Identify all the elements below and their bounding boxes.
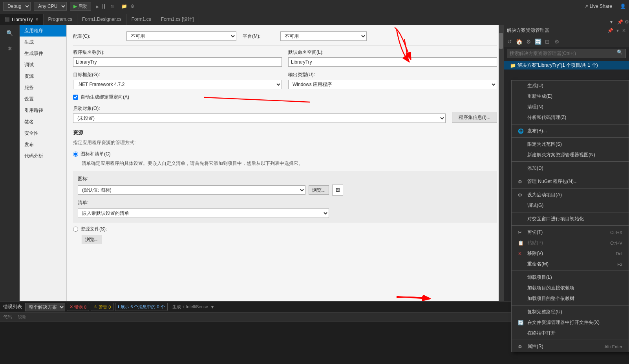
live-share-button[interactable]: ↗ Live Share (584, 4, 612, 9)
tab-overflow[interactable]: ▾ (607, 19, 616, 25)
context-menu: 生成(U) 重新生成(E) 清理(N) 分析和代码清理(Z) 🌐发布(B)... (511, 80, 629, 352)
toolbar-collapse[interactable]: ⊟ (543, 37, 552, 46)
tab-pin[interactable]: 📌 (617, 19, 623, 25)
ctx-set-startup[interactable]: ⚙设为启动项目(A) (512, 190, 629, 200)
target-fw-select[interactable]: .NET Framework 4.7.2 (73, 80, 282, 89)
solution-close-icon[interactable]: ✕ (622, 28, 626, 33)
cpu-dropdown[interactable]: Any CPU (34, 2, 67, 11)
nav-services[interactable]: 服务 (20, 82, 66, 93)
resource-file-radio-row: 资源文件(S): (73, 226, 497, 232)
nav-debug[interactable]: 调试 (20, 59, 66, 71)
tab-program[interactable]: Program.cs (44, 14, 77, 25)
ctx-cut[interactable]: ✂剪切(T) Ctrl+X (512, 227, 629, 238)
nav-build[interactable]: 生成 (20, 37, 66, 48)
toolbar-props[interactable]: ⚙ (524, 37, 533, 46)
ctx-interactive-init[interactable]: 对交互窗口进行项目初始化 (512, 214, 629, 224)
ctx-debug[interactable]: 调试(G) (512, 200, 629, 211)
resource-browse-button[interactable]: 浏览... (82, 235, 102, 244)
ctx-new-view[interactable]: 新建解决方案资源管理器视图(N) (512, 150, 629, 160)
ctx-copy-path[interactable]: 复制完整路径(U) (512, 307, 629, 317)
folder-icon: 📁 (121, 4, 127, 9)
tab-form1designer[interactable]: Form1.Designer.cs (77, 14, 127, 25)
icon-browse-button[interactable]: 浏览... (309, 185, 329, 195)
nav-security[interactable]: 安全性 (20, 128, 66, 139)
col-description[interactable]: 说明 (18, 314, 553, 320)
resource-file-radio[interactable] (73, 227, 78, 232)
resources-section: 资源 指定应用程序资源的管理方式: 图标和清单(C) 清单确定应用程序的具体设置… (73, 129, 497, 244)
error-filter-select[interactable]: 整个解决方案 (25, 303, 65, 311)
ctx-add[interactable]: 添加(D) (512, 163, 629, 174)
ctx-nuget[interactable]: ⚙管理 NuGet 程序包(N)... (512, 176, 629, 187)
default-ns-input[interactable] (288, 57, 497, 67)
startup-select[interactable]: (未设置) (73, 113, 446, 123)
icon-manifest-radio-row: 图标和清单(C) (73, 151, 497, 157)
ctx-build[interactable]: 生成(U) (512, 80, 629, 91)
platform-select[interactable]: 不可用 (280, 31, 367, 41)
scrollbar-thumb[interactable] (499, 33, 503, 49)
nav-resources[interactable]: 资源 (20, 71, 66, 82)
nav-reference-paths[interactable]: 引用路径 (20, 105, 66, 116)
tab-form1design[interactable]: Form1.cs [设计] (156, 14, 199, 25)
output-type-select[interactable]: Windows 应用程序 (288, 80, 497, 89)
tab-close-librarytry[interactable]: ✕ (35, 17, 38, 22)
ctx-remove[interactable]: ✕移除(V) Del (512, 248, 629, 259)
nav-code-analysis[interactable]: 代码分析 (20, 150, 66, 162)
ctx-scope[interactable]: 限定为此范围(S) (512, 139, 629, 150)
icon-select[interactable]: (默认值: 图标) (78, 185, 305, 195)
ctx-clean[interactable]: 清理(N) (512, 102, 629, 112)
nav-build-events[interactable]: 生成事件 (20, 48, 66, 59)
solution-search-input[interactable] (507, 49, 626, 58)
nav-settings[interactable]: 设置 (20, 93, 66, 105)
props-content: 配置(C): 不可用 平台(M): 不可用 程序集名称(N): (67, 25, 503, 301)
manifest-select[interactable]: 嵌入带默认设置的清单 (78, 209, 329, 218)
ctx-rebuild[interactable]: 重新生成(E) (512, 91, 629, 102)
sidebar-search[interactable]: 🔍 (2, 27, 18, 39)
error-badge-warning[interactable]: ⚠ 警告 0 (91, 303, 113, 311)
tab-librarytry[interactable]: ⬛ LibraryTry ✕ (0, 14, 44, 25)
solution-panel: 解决方案资源管理器 📌 ▾ ✕ ↺ 🏠 ⚙ 🔄 ⊟ ⚙ 🔍 📁 解决方 (503, 25, 629, 301)
error-badge-info[interactable]: ℹ 展示 6 个消息中的 0 个 (115, 303, 167, 311)
startup-col: 启动对象(O): (未设置) (73, 105, 446, 123)
ctx-open-terminal[interactable]: 在终端中打开 (512, 328, 629, 338)
fw-output-row: 目标框架(G): .NET Framework 4.7.2 输出类型(U): W… (73, 71, 497, 89)
ctx-analyze[interactable]: 分析和代码清理(Z) (512, 112, 629, 123)
debug-dropdown[interactable]: Debug (3, 2, 31, 11)
ctx-unload[interactable]: 卸载项目(L) (512, 272, 629, 283)
start-button[interactable]: ▶ 启动 (70, 2, 91, 11)
ctx-open-folder[interactable]: 🔄在文件资源管理器中打开文件夹(X) (512, 317, 629, 328)
auto-redirect-row: 自动生成绑定重定向(A) (73, 94, 497, 101)
manifest-label: 清单: (78, 199, 492, 206)
tab-settings[interactable]: ⚙ (625, 19, 629, 25)
startup-label: 启动对象(O): (73, 105, 446, 112)
left-sidebar: 🔍 文本 (0, 25, 20, 301)
config-select[interactable]: 不可用 (126, 31, 236, 41)
tab-form1[interactable]: Form1.cs (127, 14, 156, 25)
nav-signing[interactable]: 签名 (20, 116, 66, 128)
ctx-properties[interactable]: ⚙属性(R) Alt+Enter (512, 341, 629, 352)
icon-manifest-radio[interactable] (73, 152, 78, 157)
toolbar-sync[interactable]: ↺ (505, 37, 514, 46)
col-code[interactable]: 代码 (3, 314, 12, 320)
tree-solution[interactable]: 📁 解决方案"LibraryTry"(1 个项目/共 1 个) (504, 61, 629, 70)
resources-title: 资源 (73, 129, 497, 136)
solution-toolbar: ↺ 🏠 ⚙ 🔄 ⊟ ⚙ (504, 36, 629, 47)
assembly-info-button[interactable]: 程序集信息(I)... (452, 112, 497, 123)
nav-application[interactable]: 应用程序 (20, 25, 66, 37)
ctx-paste[interactable]: 📋粘贴(P) Ctrl+V (512, 238, 629, 248)
assembly-name-input[interactable] (73, 57, 282, 67)
solution-pin-icon[interactable]: 📌 (607, 28, 613, 33)
assembly-label: 程序集名称(N): (73, 49, 282, 56)
ctx-rename[interactable]: 重命名(M) F2 (512, 259, 629, 269)
error-badge-error[interactable]: ✕ 错误 0 (67, 303, 89, 311)
scrollbar-track (499, 25, 503, 301)
ctx-load-direct-deps[interactable]: 加载项目的直接依赖项 (512, 283, 629, 293)
toolbar-home[interactable]: 🏠 (515, 37, 523, 46)
nav-publish[interactable]: 发布 (20, 139, 66, 150)
build-dropdown[interactable]: ▾ (211, 304, 214, 310)
toolbar-filter[interactable]: ⚙ (552, 37, 561, 46)
ctx-load-all-deps[interactable]: 加载项目的整个依赖树 (512, 293, 629, 304)
solution-expand-icon[interactable]: ▾ (616, 28, 619, 33)
ctx-publish[interactable]: 🌐发布(B)... (512, 126, 629, 136)
auto-redirect-checkbox[interactable] (73, 95, 78, 100)
toolbar-refresh[interactable]: 🔄 (534, 37, 542, 46)
